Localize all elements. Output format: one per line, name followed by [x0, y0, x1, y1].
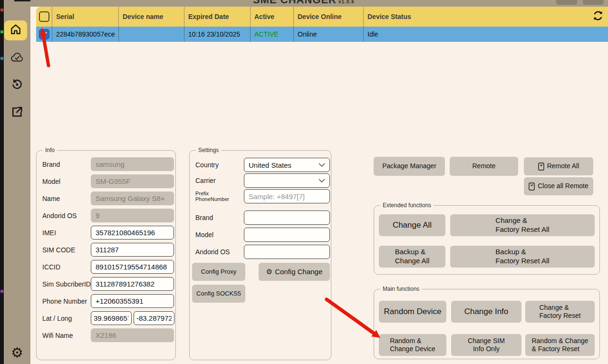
imei-field[interactable]: [91, 226, 174, 239]
iccid-field[interactable]: [91, 260, 174, 274]
sidebar-item-settings[interactable]: ⚙: [10, 345, 24, 360]
cloud-check-icon: [10, 51, 24, 66]
country-value: United States: [249, 161, 291, 169]
refresh-button[interactable]: [591, 10, 605, 23]
edge-pixel: [0, 9, 3, 11]
backup-change-all-button[interactable]: Backup & Change All: [379, 246, 445, 268]
column-device-status[interactable]: Device Status: [364, 7, 608, 27]
chevron-down-icon: [318, 163, 325, 167]
history-icon: [10, 78, 24, 93]
select-all-cell: [36, 7, 52, 27]
sim-code-label: SIM CODE: [42, 246, 91, 254]
titlebar-stub-button-1[interactable]: [556, 0, 577, 5]
column-active[interactable]: Active: [251, 7, 294, 27]
sim-subscriber-id-label: Sim SubcriberID: [42, 280, 91, 288]
device-table: Serial Device name Expired Date Active D…: [36, 7, 608, 42]
phone-number-field[interactable]: [91, 294, 174, 308]
main-functions-panel: Main functions Random Device Change Info…: [374, 289, 600, 359]
table-row[interactable]: 2284b78930057ece 10:16 23/10/2025 ACTIVE…: [36, 27, 608, 42]
brand-label: Brand: [42, 161, 91, 168]
country-dropdown[interactable]: United States: [244, 158, 330, 172]
sidebar-item-home[interactable]: [4, 20, 27, 40]
main-functions-legend: Main functions: [380, 286, 422, 292]
sidebar-item-cloud-sync[interactable]: [10, 51, 24, 66]
app-version: v1.0.6: [338, 0, 355, 4]
info-legend: Info: [43, 147, 57, 153]
change-factory-reset-button[interactable]: Change & Factory Reset: [525, 301, 595, 323]
config-change-button[interactable]: ⚙Config Change: [259, 263, 330, 281]
cell-device-online: Online: [294, 27, 364, 42]
settings-legend: Settings: [196, 147, 221, 153]
app-title: SME CHANGERv1.0.6: [253, 0, 355, 6]
chevron-down-icon: [318, 179, 325, 182]
remote-all-button[interactable]: Remote All: [524, 157, 593, 175]
refresh-icon: [592, 10, 604, 24]
iccid-label: ICCID: [42, 263, 91, 271]
home-icon: [9, 23, 22, 38]
android-os-field: [91, 209, 174, 222]
random-change-device-button[interactable]: Random & Change Device: [379, 334, 446, 356]
gear-icon: ⚙: [11, 346, 23, 360]
remote-button[interactable]: Remote: [450, 157, 518, 176]
longitude-field[interactable]: [134, 311, 174, 325]
edge-pixel: [0, 57, 3, 60]
sim-code-field[interactable]: [91, 243, 174, 257]
lat-long-label: Lat / Long: [42, 315, 91, 322]
name-field: [91, 192, 174, 205]
prefix-phone-label: Prefix PhoneNumber: [195, 191, 244, 202]
device-table-header: Serial Device name Expired Date Active D…: [36, 7, 608, 27]
change-sim-info-only-button[interactable]: Change SIM Info Only: [451, 334, 521, 356]
check-icon: [40, 30, 48, 38]
random-device-button[interactable]: Random Device: [379, 301, 446, 323]
app-window: ⚙ SME CHANGERv1.0.6 Serial Device name E…: [0, 0, 608, 364]
sidebar-item-open-external[interactable]: [10, 105, 24, 120]
settings-android-os-label: Andorid OS: [195, 248, 244, 256]
column-expired-date[interactable]: Expired Date: [184, 7, 251, 27]
open-external-icon: [10, 105, 24, 120]
sim-subscriber-id-field[interactable]: [91, 277, 174, 291]
package-manager-button[interactable]: Package Manager: [374, 157, 445, 176]
gear-icon: ⚙: [266, 268, 272, 277]
row-select-cell: [36, 27, 52, 42]
latitude-field[interactable]: [91, 311, 132, 325]
extended-functions-legend: Extended functions: [380, 202, 434, 209]
column-device-name[interactable]: Device name: [119, 7, 184, 27]
wifi-name-field: [91, 328, 174, 342]
settings-model-label: Model: [195, 231, 244, 239]
phone-check-icon: [529, 182, 535, 191]
row-checkbox[interactable]: [39, 29, 49, 39]
android-os-label: Andorid OS: [42, 212, 91, 220]
settings-android-os-field[interactable]: [244, 245, 330, 259]
change-factory-reset-all-button[interactable]: Change & Factory Reset All: [450, 214, 595, 236]
backup-factory-reset-all-button[interactable]: Backup & Factory Reset All: [450, 246, 595, 268]
config-socks5-button[interactable]: Config SOCKS5: [192, 285, 245, 303]
cell-device-name: [119, 27, 184, 42]
phone-number-label: Phone Number: [42, 297, 91, 305]
wifi-name-label: Wifi Name: [42, 332, 91, 339]
change-all-button[interactable]: Change All: [379, 214, 445, 236]
settings-panel: Settings Country United States Carrier P…: [189, 150, 331, 360]
prefix-phone-field[interactable]: [244, 189, 330, 203]
config-proxy-button[interactable]: Config Proxy: [192, 263, 245, 281]
carrier-dropdown[interactable]: [244, 173, 330, 188]
hamburger-icon[interactable]: [14, 0, 31, 1]
imei-label: IMEI: [42, 229, 91, 237]
change-info-button[interactable]: Change Info: [451, 301, 521, 323]
settings-model-field[interactable]: [244, 228, 330, 242]
column-serial[interactable]: Serial: [52, 7, 119, 27]
random-change-factory-reset-button[interactable]: Random & Change & Factory Reset: [525, 334, 595, 356]
titlebar-stub-button-2[interactable]: [583, 0, 604, 5]
settings-brand-label: Brand: [195, 214, 244, 221]
select-all-checkbox[interactable]: [39, 11, 49, 22]
settings-brand-field[interactable]: [244, 211, 330, 225]
cell-device-status: Idle: [364, 27, 608, 42]
titlebar: SME CHANGERv1.0.6: [30, 0, 608, 7]
model-label: Model: [42, 178, 91, 185]
sidebar-item-history[interactable]: [10, 78, 24, 93]
name-label: Name: [42, 195, 91, 202]
annotation-arrow-random-change-device: [327, 299, 380, 338]
close-all-remote-button[interactable]: Close all Remote: [524, 177, 593, 195]
column-device-online[interactable]: Device Online: [294, 7, 364, 27]
edge-strip: [0, 0, 4, 364]
model-field: [91, 174, 174, 188]
